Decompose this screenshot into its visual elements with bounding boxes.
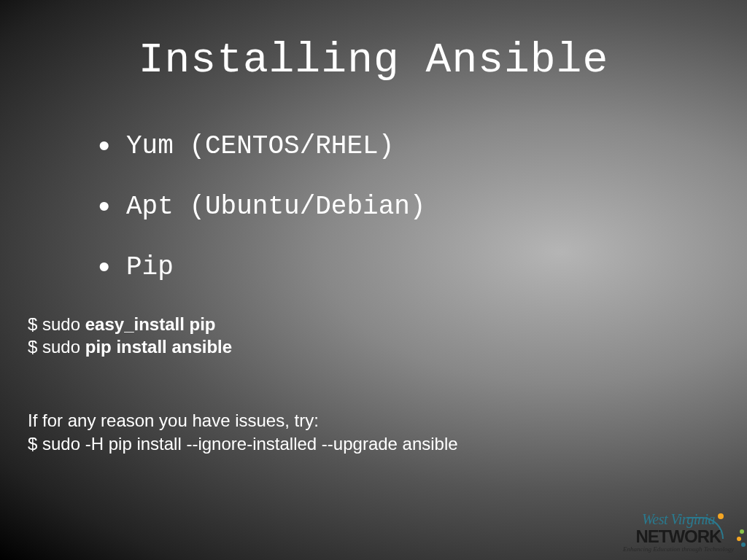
list-item: Yum (CENTOS/RHEL)	[98, 131, 747, 161]
logo-sun-icon	[718, 513, 724, 519]
troubleshoot-intro: If for any reason you have issues, try:	[28, 409, 747, 432]
slide-title: Installing Ansible	[0, 0, 747, 84]
install-commands: $ sudo easy_install pip $ sudo pip insta…	[28, 313, 747, 358]
list-item: Pip	[98, 252, 747, 282]
wvnet-logo: West Virginia NETWORK Enhancing Educatio…	[623, 511, 734, 553]
list-item: Apt (Ubuntu/Debian)	[98, 192, 747, 222]
logo-state-text: West Virginia	[642, 511, 715, 528]
command-bold: easy_install pip	[85, 314, 216, 334]
logo-arc-icon	[687, 517, 724, 539]
logo-tagline: Enhancing Education through Technology	[623, 545, 734, 553]
bullet-list: Yum (CENTOS/RHEL) Apt (Ubuntu/Debian) Pi…	[98, 131, 747, 282]
command-bold: pip install ansible	[85, 337, 232, 357]
prompt-text: $ sudo	[28, 337, 85, 357]
troubleshoot-command: $ sudo -H pip install --ignore-installed…	[28, 432, 747, 455]
command-line-2: $ sudo pip install ansible	[28, 335, 747, 358]
prompt-text: $ sudo	[28, 314, 85, 334]
command-line-1: $ sudo easy_install pip	[28, 313, 747, 335]
troubleshoot-section: If for any reason you have issues, try: …	[28, 409, 747, 454]
